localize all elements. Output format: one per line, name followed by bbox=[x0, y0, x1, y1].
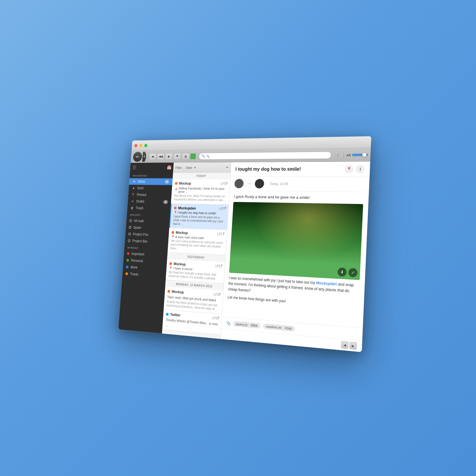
attachment-separator: · bbox=[249, 323, 250, 327]
attachment-jquery[interactable]: jquery.js · 68kb bbox=[233, 321, 261, 329]
sender-dot bbox=[167, 290, 170, 293]
location-icon: 📍 bbox=[346, 167, 351, 171]
image-overlay: ⬇ ⤢ bbox=[337, 267, 358, 277]
sidebar-item-label: Personal bbox=[131, 259, 143, 263]
sender-dot bbox=[174, 206, 177, 209]
sidebar-item-pinned[interactable]: 📍 Pinned bbox=[128, 191, 172, 198]
important-color-dot bbox=[127, 252, 129, 255]
expand-button[interactable]: ⤢ bbox=[335, 152, 341, 158]
message-item[interactable]: Mockup 10:52 📍 I have a secret My head i… bbox=[166, 259, 225, 284]
sidebar-item-label: Work bbox=[130, 265, 138, 270]
message-more-icon[interactable]: ▼ bbox=[224, 206, 227, 209]
slider-thumb bbox=[362, 153, 367, 157]
message-more-icon[interactable]: ▼ bbox=[226, 181, 228, 184]
app-window: ✏ ▼ ◀ ◀◀ ▶ ⚑ 🗑 🔍 ⤢ aA bbox=[118, 136, 371, 352]
compose-button[interactable]: ✏ bbox=[133, 152, 143, 162]
status-button[interactable] bbox=[190, 153, 196, 159]
message-more-icon[interactable]: ▼ bbox=[220, 264, 223, 267]
message-reply-icon[interactable]: ↩ bbox=[220, 231, 222, 234]
sidebar-item-trash[interactable]: 🗑 Trash bbox=[127, 205, 171, 212]
compose-small-button[interactable]: ✏ bbox=[226, 165, 229, 169]
flag-button[interactable]: ⚑ bbox=[173, 153, 181, 160]
email-link[interactable]: Mockupden bbox=[316, 281, 337, 286]
message-more-icon[interactable]: ▼ bbox=[217, 316, 220, 319]
attachment-readme[interactable]: readme.txt · 41kb bbox=[263, 323, 295, 332]
sender-dot bbox=[175, 182, 178, 185]
work-color-dot bbox=[126, 266, 129, 269]
message-list-header: Filter - Date ▼ ✏ bbox=[173, 162, 231, 173]
compose-dropdown[interactable]: ▼ bbox=[142, 152, 146, 162]
sidebar-item-label: Important bbox=[131, 252, 144, 256]
calendar-icon[interactable]: 📅 bbox=[167, 165, 172, 170]
filter-separator: - bbox=[183, 166, 184, 169]
back-back-button[interactable]: ◀◀ bbox=[157, 153, 165, 160]
font-size-slider[interactable] bbox=[352, 154, 368, 156]
date-sort-label[interactable]: Date bbox=[186, 166, 192, 169]
message-reply-icon[interactable]: ↩ bbox=[223, 181, 225, 184]
back-button[interactable]: ◀ bbox=[149, 153, 156, 160]
email-meta: → Today, 14:39 bbox=[230, 176, 369, 192]
inbox-badge: 6 bbox=[165, 180, 169, 184]
attachment-size: 68kb bbox=[250, 323, 258, 328]
font-size-label: aA bbox=[346, 153, 351, 157]
sender-dot bbox=[166, 313, 169, 316]
recipient-avatar bbox=[255, 179, 264, 189]
location-icon: 📍 bbox=[174, 211, 177, 214]
message-reply-icon[interactable]: ↩ bbox=[218, 264, 220, 267]
pencil-icon: ✏ bbox=[136, 154, 139, 159]
search-icon: 🔍 bbox=[201, 154, 205, 158]
close-button[interactable] bbox=[134, 144, 137, 147]
sender-name: Mockupden bbox=[178, 206, 196, 211]
message-item[interactable]: Twitter 14:39 Timothy Whelin @Timeth.Whe… bbox=[162, 310, 222, 335]
info-button[interactable]: ℹ bbox=[356, 165, 365, 173]
message-item[interactable]: Mockup 14:11 📍 A wise man once said We c… bbox=[167, 228, 227, 255]
attachment-icon: 📎 bbox=[226, 321, 231, 326]
sidebar-item-label: Pinned bbox=[137, 193, 146, 197]
prev-email-button[interactable]: ◀ bbox=[341, 341, 348, 349]
sidebar-item-sent[interactable]: ➤ Sent bbox=[129, 185, 172, 192]
sidebar-item-inbox[interactable]: ✉ Inbox 6 bbox=[129, 178, 173, 185]
sidebar-item-label: Travel bbox=[130, 272, 138, 276]
sidebar-toggle-icon[interactable]: ☰ bbox=[132, 165, 137, 170]
project-foo-dot bbox=[128, 233, 131, 236]
sidebar-item-drafts[interactable]: ✏ Drafts 2 bbox=[128, 198, 171, 205]
delete-button[interactable]: 🗑 bbox=[182, 153, 190, 160]
mailboxes-section-label: MAILBOXES bbox=[129, 172, 173, 178]
toolbar: ✏ ▼ ◀ ◀◀ ▶ ⚑ 🗑 🔍 ⤢ aA bbox=[131, 148, 371, 163]
spam-dot bbox=[129, 226, 131, 229]
pin-icon: 📍 bbox=[131, 193, 135, 196]
message-subject: I tought my dog how to smile! bbox=[178, 211, 216, 215]
sender-name: Mockup bbox=[176, 231, 188, 235]
sidebar-item-label: Spam bbox=[133, 226, 141, 230]
email-image: ⬇ ⤢ bbox=[229, 202, 363, 280]
message-reply-icon[interactable]: ↩ bbox=[216, 292, 218, 295]
message-more-icon[interactable]: ▼ bbox=[223, 231, 225, 234]
message-list: Filter - Date ▼ ✏ TODAY Mockup 14:39 bbox=[162, 162, 231, 339]
email-subject: I tought my dog how to smile! bbox=[235, 167, 301, 172]
sidebar-item-label: Drafts bbox=[136, 199, 145, 203]
maximize-button[interactable] bbox=[144, 144, 148, 147]
download-image-button[interactable]: ⬇ bbox=[337, 267, 347, 276]
info-icon: ℹ bbox=[359, 167, 361, 171]
sender-name: Mockup bbox=[172, 289, 184, 294]
message-item[interactable]: Mockup 14:39 📍 Selling Facebook, I hear … bbox=[171, 179, 230, 205]
today-section-label: TODAY bbox=[173, 173, 231, 180]
location-icon: 📍 bbox=[174, 188, 178, 191]
attachment-name: jquery.js bbox=[236, 322, 248, 327]
trash-icon: 🗑 bbox=[130, 206, 134, 209]
forward-button[interactable]: ▶ bbox=[165, 153, 173, 160]
search-bar: 🔍 bbox=[199, 151, 331, 160]
location-button[interactable]: 📍 bbox=[344, 165, 353, 173]
all-mail-dot bbox=[129, 219, 132, 222]
message-more-icon[interactable]: ▼ bbox=[219, 292, 221, 295]
minimize-button[interactable] bbox=[139, 144, 143, 147]
search-input[interactable] bbox=[206, 153, 329, 158]
message-reply-icon[interactable]: ↩ bbox=[214, 315, 217, 319]
expand-image-button[interactable]: ⤢ bbox=[348, 268, 358, 277]
message-item-selected[interactable]: Mockupden 14:27 📍 I tought my dog how to… bbox=[169, 204, 228, 230]
message-reply-icon[interactable]: ↩ bbox=[221, 206, 224, 209]
travel-color-dot bbox=[125, 272, 128, 275]
next-email-button[interactable]: ▶ bbox=[349, 342, 357, 350]
sender-name: Mockup bbox=[173, 262, 186, 267]
sidebar-item-label: Project Bar bbox=[132, 239, 148, 243]
